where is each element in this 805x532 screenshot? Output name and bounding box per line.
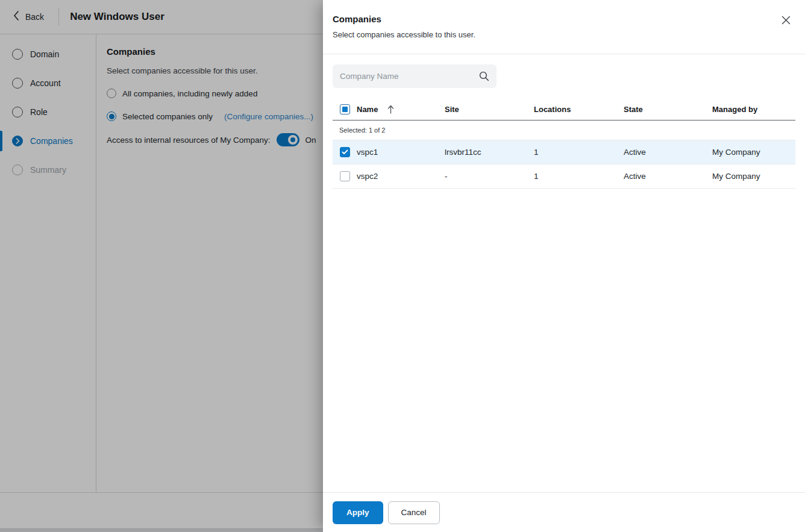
column-header-managed-by[interactable]: Managed by	[712, 105, 795, 114]
cell-name: vspc1	[357, 148, 445, 157]
app-window: Back New Windows User Domain Account	[0, 0, 805, 532]
column-header-locations[interactable]: Locations	[534, 105, 624, 114]
cell-managed-by: My Company	[712, 148, 795, 157]
close-icon[interactable]	[780, 14, 791, 25]
panel-title: Companies	[333, 14, 795, 24]
selection-summary-row: Selected: 1 of 2	[333, 120, 795, 140]
panel-header: Companies Select companies accessible to…	[323, 0, 805, 54]
sort-ascending-icon[interactable]	[387, 105, 394, 114]
cell-locations: 1	[534, 148, 624, 157]
search-icon[interactable]	[479, 71, 489, 84]
column-header-site[interactable]: Site	[445, 105, 534, 114]
select-all-checkbox[interactable]	[340, 104, 350, 114]
row-checkbox-checked[interactable]	[340, 147, 350, 157]
cell-site: -	[445, 172, 534, 181]
column-header-name[interactable]: Name	[357, 105, 378, 114]
search-input[interactable]	[333, 64, 496, 88]
panel-footer: Apply Cancel	[323, 492, 805, 532]
table-header-row: Name Site Locations State Managed by	[333, 98, 795, 120]
cell-state: Active	[624, 172, 712, 181]
cancel-button[interactable]: Cancel	[388, 501, 440, 524]
cell-name: vspc2	[357, 172, 445, 181]
apply-button[interactable]: Apply	[333, 501, 383, 524]
cell-managed-by: My Company	[712, 172, 795, 181]
row-checkbox-unchecked[interactable]	[340, 171, 350, 181]
table-row[interactable]: vspc1 lrsvbr11cc 1 Active My Company	[333, 140, 795, 164]
selection-summary: Selected: 1 of 2	[333, 127, 385, 134]
companies-panel: Companies Select companies accessible to…	[323, 0, 805, 532]
companies-table: Name Site Locations State Managed by Sel…	[333, 98, 795, 189]
panel-subtitle: Select companies accessible to this user…	[333, 30, 795, 39]
indeterminate-mark-icon	[342, 107, 348, 112]
cell-site: lrsvbr11cc	[445, 148, 534, 157]
table-row[interactable]: vspc2 - 1 Active My Company	[333, 164, 795, 189]
cell-locations: 1	[534, 172, 624, 181]
column-header-state[interactable]: State	[624, 105, 712, 114]
cell-state: Active	[624, 148, 712, 157]
company-search	[333, 64, 496, 88]
